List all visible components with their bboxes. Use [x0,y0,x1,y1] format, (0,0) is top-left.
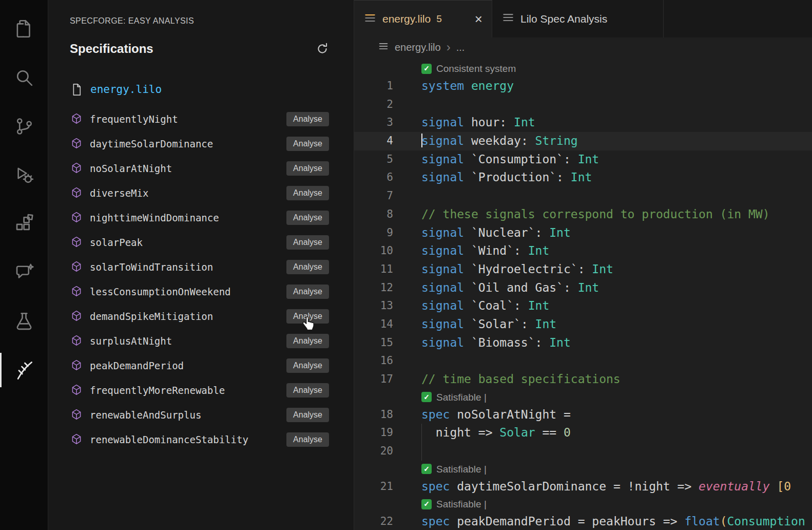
testing-beaker-icon[interactable] [0,297,48,346]
spec-row-frequentlyNight[interactable]: frequentlyNightAnalyse [48,107,354,131]
tab-problem-badge: 5 [436,13,442,25]
code-line-21[interactable]: 21spec daytimeSolarDominance = !night =>… [354,478,812,496]
analyse-button[interactable]: Analyse [286,137,329,151]
code-text: signal weekday: String [393,132,578,150]
close-icon[interactable]: × [475,12,482,26]
breadcrumb-file[interactable]: energy.lilo [395,42,441,53]
search-icon[interactable] [0,53,48,102]
line-number: 15 [354,334,393,352]
code-line-19[interactable]: 19 night => Solar == 0 [354,424,812,442]
spec-row-surplusAtNight[interactable]: surplusAtNightAnalyse [48,329,354,353]
spec-row-solarToWindTransition[interactable]: solarToWindTransitionAnalyse [48,255,354,279]
spec-cube-icon [70,186,83,200]
line-number: 8 [354,205,393,224]
code-line-3[interactable]: 3signal hour: Int [354,113,812,132]
codelens-text: Satisfiable | [436,496,487,513]
extensions-icon[interactable] [0,199,48,248]
code-text [393,187,421,205]
code-text: // time based specifications [393,370,621,389]
analyse-button[interactable]: Analyse [286,186,329,200]
line-number: 9 [354,224,393,242]
chevron-right-icon: › [447,41,451,53]
code-line-18[interactable]: 18spec noSolarAtNight = [354,406,812,424]
file-item-energy-lilo[interactable]: energy.lilo [70,79,354,100]
code-line-2[interactable]: 2 [354,96,812,114]
code-line-1[interactable]: 1system energy [354,77,812,96]
code-line-4[interactable]: 4signal weekday: String [354,132,812,150]
analyse-button[interactable]: Analyse [286,309,329,324]
code-line-14[interactable]: 14signal `Solar`: Int [354,315,812,334]
tab-energy-lilo[interactable]: energy.lilo 5 × [354,0,492,37]
spec-row-daytimeSolarDominance[interactable]: daytimeSolarDominanceAnalyse [48,131,354,156]
code-line-10[interactable]: 10signal `Wind`: Int [354,242,812,260]
line-number: 11 [354,260,393,279]
line-number: 19 [354,424,393,442]
code-editor[interactable]: ✓Consistent system1system energy23signal… [354,57,812,530]
spec-name: daytimeSolarDominance [90,138,280,149]
spec-name: diverseMix [90,187,280,199]
spec-row-solarPeak[interactable]: solarPeakAnalyse [48,230,354,255]
codelens[interactable]: ✓Consistent system [354,60,812,77]
codelens[interactable]: ✓Satisfiable | [354,389,812,406]
spec-row-lessConsumptionOnWeekend[interactable]: lessConsumptionOnWeekendAnalyse [48,279,354,304]
spec-name: solarToWindTransition [90,261,280,273]
explorer-icon[interactable] [0,4,48,53]
codelens[interactable]: ✓Satisfiable | [354,461,812,478]
code-text [393,96,421,114]
codelens[interactable]: ✓Satisfiable | [354,496,812,513]
code-text [393,442,421,461]
breadcrumb-ellipsis[interactable]: ... [456,42,465,53]
tab-lilo-spec-analysis[interactable]: Lilo Spec Analysis [492,0,664,37]
check-icon: ✓ [421,499,432,509]
analyse-button[interactable]: Analyse [286,161,329,176]
spec-row-renewableAndSurplus[interactable]: renewableAndSurplusAnalyse [48,403,354,427]
code-text: signal hour: Int [393,113,535,132]
refresh-icon[interactable] [314,40,331,58]
source-control-icon[interactable] [0,102,48,150]
analyse-button[interactable]: Analyse [286,432,329,447]
spec-name: solarPeak [90,237,280,248]
analyse-button[interactable]: Analyse [286,235,329,250]
analyse-button[interactable]: Analyse [286,285,329,299]
spec-row-nighttimeWindDominance[interactable]: nighttimeWindDominanceAnalyse [48,205,354,230]
spec-row-renewableDominanceStability[interactable]: renewableDominanceStabilityAnalyse [48,427,354,452]
code-text: night => Solar == 0 [393,424,571,442]
code-line-20[interactable]: 20 [354,442,812,461]
code-text: signal `Consumption`: Int [393,150,599,169]
analyse-button[interactable]: Analyse [286,260,329,274]
code-text: signal `Production`: Int [393,168,592,187]
code-line-9[interactable]: 9signal `Nuclear`: Int [354,224,812,242]
spec-row-noSolarAtNight[interactable]: noSolarAtNightAnalyse [48,156,354,181]
spec-row-frequentlyMoreRenewable[interactable]: frequentlyMoreRenewableAnalyse [48,378,354,403]
spec-cube-icon [70,334,83,348]
file-list-icon [378,41,389,54]
text-caret [421,134,422,147]
code-line-7[interactable]: 7 [354,187,812,205]
line-number: 3 [354,113,393,132]
code-line-12[interactable]: 12signal `Oil and Gas`: Int [354,279,812,297]
spec-list: frequentlyNightAnalysedaytimeSolarDomina… [48,107,354,452]
analyse-button[interactable]: Analyse [286,334,329,348]
spec-row-diverseMix[interactable]: diverseMixAnalyse [48,181,354,205]
analyse-button[interactable]: Analyse [286,383,329,398]
code-line-8[interactable]: 8// these signals correspond to producti… [354,205,812,224]
code-line-5[interactable]: 5signal `Consumption`: Int [354,150,812,169]
code-line-17[interactable]: 17// time based specifications [354,370,812,389]
code-line-22[interactable]: 22spec peakDemandPeriod = peakHours => f… [354,513,812,530]
spec-row-peakDemandPeriod[interactable]: peakDemandPeriodAnalyse [48,353,354,378]
code-line-6[interactable]: 6signal `Production`: Int [354,168,812,187]
line-number: 10 [354,242,393,260]
code-line-13[interactable]: 13signal `Coal`: Int [354,297,812,315]
code-text: spec daytimeSolarDominance = !night => e… [393,478,791,496]
specforge-feather-icon[interactable] [0,346,48,394]
spec-row-demandSpikeMitigation[interactable]: demandSpikeMitigationAnalyse [48,304,354,329]
code-line-11[interactable]: 11signal `Hydroelectric`: Int [354,260,812,279]
analyse-button[interactable]: Analyse [286,211,329,225]
analyse-button[interactable]: Analyse [286,358,329,373]
run-debug-icon[interactable] [0,150,48,199]
analyse-button[interactable]: Analyse [286,408,329,422]
analyse-button[interactable]: Analyse [286,112,329,126]
code-line-15[interactable]: 15signal `Biomass`: Int [354,334,812,352]
code-line-16[interactable]: 16 [354,352,812,370]
chat-icon[interactable] [0,248,48,297]
